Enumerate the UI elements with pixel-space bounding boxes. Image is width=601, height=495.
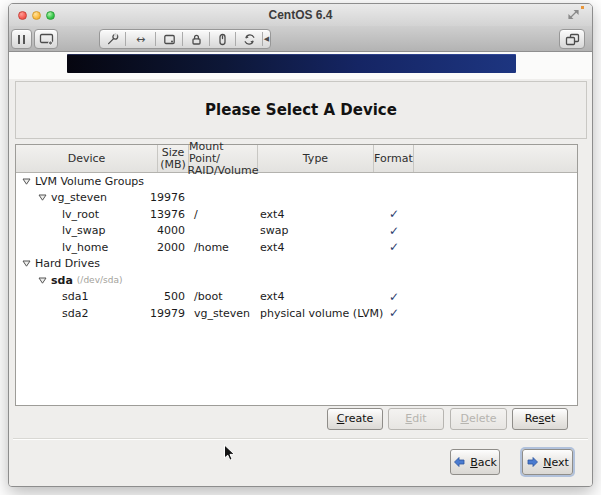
- delete-button[interactable]: Delete: [450, 408, 507, 430]
- device-path-note: (/dev/sda): [77, 275, 123, 285]
- table-row[interactable]: sda1 500 /boot ext4 ✓: [16, 289, 577, 306]
- screenshot-stage: CentOS 6.4: [0, 0, 601, 495]
- format-check-icon: ✓: [389, 290, 399, 304]
- reset-button[interactable]: Reset: [512, 408, 568, 430]
- column-header-size: Size(MB): [158, 145, 189, 172]
- expander-icon[interactable]: [38, 194, 47, 201]
- column-header-empty: [414, 145, 577, 172]
- lock-icon[interactable]: [183, 30, 209, 48]
- expander-icon[interactable]: [22, 260, 31, 267]
- next-arrow-icon: [526, 456, 539, 468]
- page-title: Please Select A Device: [16, 82, 586, 138]
- table-row[interactable]: vg_steven 19976: [16, 190, 577, 207]
- table-row[interactable]: lv_swap 4000 swap ✓: [16, 223, 577, 240]
- format-check-icon: ✓: [389, 207, 399, 221]
- create-button[interactable]: Create: [327, 408, 383, 430]
- wrench-icon[interactable]: [100, 30, 125, 48]
- display-icon: [39, 33, 54, 46]
- format-check-icon: ✓: [389, 240, 399, 254]
- column-header-format: Format: [374, 145, 414, 172]
- column-header-device: Device: [16, 145, 158, 172]
- hard-disk-icon[interactable]: [156, 30, 182, 48]
- banner-strip: [9, 52, 592, 79]
- column-header-mount: Mount Point/RAID/Volume: [189, 145, 258, 172]
- table-row[interactable]: Hard Drives: [16, 256, 577, 273]
- edit-button[interactable]: Edit: [388, 408, 444, 430]
- notification-dot: [581, 6, 584, 9]
- installer-content: Please Select A Device Device Size(MB) M…: [9, 52, 592, 486]
- expander-icon[interactable]: [38, 277, 47, 284]
- vm-window: CentOS 6.4: [8, 3, 593, 487]
- pause-button[interactable]: [11, 29, 32, 49]
- device-toolbar: ↔: [99, 29, 271, 49]
- display-settings-button[interactable]: [34, 29, 58, 49]
- vm-toolbar: ↔: [9, 26, 592, 52]
- resize-horizontal-icon[interactable]: ↔: [126, 30, 155, 48]
- unity-view-button[interactable]: [559, 29, 585, 49]
- table-row[interactable]: sda2 19979 vg_steven physical volume (LV…: [16, 305, 577, 322]
- mouse-cursor: [223, 444, 236, 463]
- title-panel: Please Select A Device: [15, 81, 587, 139]
- expander-icon[interactable]: [22, 178, 31, 185]
- table-row[interactable]: lv_home 2000 /home ext4 ✓: [16, 239, 577, 256]
- back-button[interactable]: Back: [450, 449, 500, 475]
- table-row[interactable]: lv_root 13976 / ext4 ✓: [16, 206, 577, 223]
- back-arrow-icon: [453, 456, 466, 468]
- table-header: Device Size(MB) Mount Point/RAID/Volume …: [16, 145, 577, 173]
- column-header-type: Type: [258, 145, 374, 172]
- fullscreen-icon[interactable]: [567, 8, 580, 21]
- next-button[interactable]: Next: [522, 449, 573, 475]
- progress-banner: [67, 54, 516, 73]
- window-title: CentOS 6.4: [9, 8, 592, 22]
- table-row[interactable]: LVM Volume Groups: [16, 173, 577, 190]
- overlapping-windows-icon: [565, 33, 580, 46]
- collapse-toolbar-icon[interactable]: ◀: [263, 30, 270, 48]
- device-table: Device Size(MB) Mount Point/RAID/Volume …: [15, 144, 578, 406]
- separator: [13, 438, 588, 439]
- table-row[interactable]: sda (/dev/sda): [16, 272, 577, 289]
- table-body: LVM Volume Groups vg_steven: [16, 173, 577, 322]
- titlebar[interactable]: CentOS 6.4: [9, 4, 592, 26]
- mouse-icon[interactable]: [210, 30, 235, 48]
- format-check-icon: ✓: [389, 306, 399, 320]
- sync-icon[interactable]: [236, 30, 262, 48]
- format-check-icon: ✓: [389, 224, 399, 238]
- pause-icon: [18, 35, 26, 44]
